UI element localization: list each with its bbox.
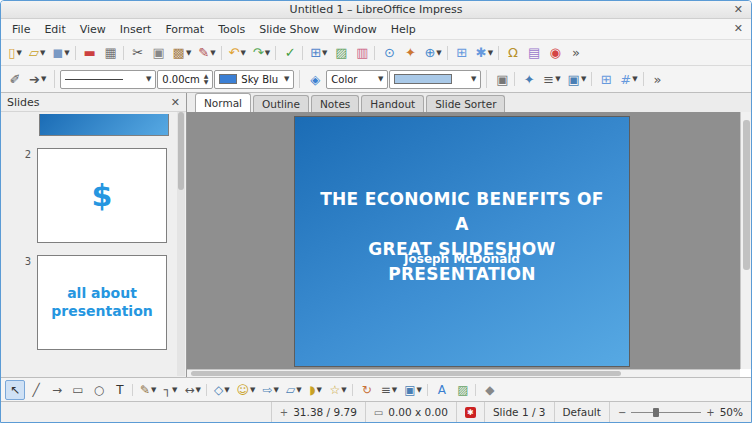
- align-objects-button[interactable]: ≡ ▼: [378, 380, 400, 400]
- insert-image-button[interactable]: ▨ ▼: [331, 42, 351, 64]
- connector-tool[interactable]: ┐ ▼: [160, 380, 180, 400]
- menu-item[interactable]: Edit: [37, 20, 72, 39]
- slide-thumbnail[interactable]: $: [37, 148, 167, 243]
- paste-button[interactable]: ▩ ▼: [170, 42, 195, 64]
- area-style-select[interactable]: Color ▼: [326, 70, 388, 89]
- view-tab[interactable]: Slide Sorter: [426, 95, 505, 112]
- menu-item[interactable]: Help: [384, 20, 423, 39]
- view-tab[interactable]: Handout: [361, 95, 424, 112]
- gallery-button[interactable]: ▤ ▼: [524, 42, 544, 64]
- edit-points-button[interactable]: ✐: [5, 68, 25, 90]
- chevron-down-icon: ▼: [250, 386, 255, 394]
- open-file-button[interactable]: ▱ ▼: [26, 42, 48, 64]
- display-grid-button[interactable]: ⊞ ▼: [596, 68, 616, 90]
- helplines-button[interactable]: # ▼: [617, 68, 640, 90]
- line-tool[interactable]: ╱ ▼: [26, 380, 46, 400]
- rectangle-tool[interactable]: ▭ ▼: [68, 380, 88, 400]
- scrollbar-thumb[interactable]: [191, 371, 621, 376]
- insert-table-button[interactable]: ⊞ ▼: [307, 42, 330, 64]
- stars-tool[interactable]: ☆ ▼: [327, 380, 350, 400]
- horizontal-scrollbar[interactable]: [187, 369, 740, 377]
- slide-canvas[interactable]: THE ECONOMIC BENEFITS OF A GREAT SLIDESH…: [187, 112, 740, 369]
- redo-button[interactable]: ↷ ▼: [250, 42, 273, 64]
- area-style-label: Color: [331, 74, 357, 85]
- toggle-extrusion-button[interactable]: ◆ ▼: [480, 380, 500, 400]
- line-style-select[interactable]: ▼: [60, 70, 156, 89]
- special-character-button[interactable]: Ω ▼: [503, 42, 523, 64]
- export-pdf-button[interactable]: ▬ ▼: [80, 42, 100, 64]
- menu-item[interactable]: Insert: [113, 20, 159, 39]
- zoom-slider-marker[interactable]: [653, 408, 659, 417]
- snap-guides-button[interactable]: ✱ ▼: [473, 42, 496, 64]
- menu-item[interactable]: Slide Show: [252, 20, 326, 39]
- interaction-button[interactable]: ✦ ▼: [519, 68, 539, 90]
- insert-image-button[interactable]: ▨ ▼: [453, 380, 473, 400]
- zoom-button[interactable]: ⊕ ▼: [421, 42, 444, 64]
- toolbar-overflow-button[interactable]: » ▼: [648, 68, 668, 90]
- document-close-button[interactable]: ✕: [734, 22, 743, 35]
- area-fill-select[interactable]: ▼: [389, 70, 481, 89]
- slides-panel-scrollbar[interactable]: [177, 112, 185, 376]
- line-color-select[interactable]: Sky Blu ▼: [214, 70, 294, 89]
- rotate-tool[interactable]: ↻ ▼: [357, 380, 377, 400]
- text-box-tool[interactable]: T ▼: [110, 380, 130, 400]
- navigator-button[interactable]: ✦ ▼: [400, 42, 420, 64]
- slide-subtitle-textbox[interactable]: Joseph McDonald: [312, 252, 613, 266]
- align-objects-button[interactable]: ≡ ▼: [540, 68, 563, 90]
- zoom-slider[interactable]: [631, 407, 701, 418]
- slide-title-line1: THE ECONOMIC BENEFITS OF A: [312, 187, 613, 237]
- menu-item[interactable]: Tools: [211, 20, 252, 39]
- view-tab[interactable]: Notes: [311, 95, 359, 112]
- find-replace-button[interactable]: ⊙ ▼: [379, 42, 399, 64]
- arrow-style-button[interactable]: ➔ ▼: [26, 68, 49, 90]
- view-tab[interactable]: Outline: [253, 95, 309, 112]
- basic-shapes-tool[interactable]: ◇ ▼: [211, 380, 233, 400]
- cut-button[interactable]: ✂ ▼: [128, 42, 148, 64]
- ellipse-tool[interactable]: ○ ▼: [89, 380, 109, 400]
- menu-item[interactable]: Window: [326, 20, 383, 39]
- lines-arrows-tool[interactable]: ↔ ▼: [181, 380, 203, 400]
- window-close-button[interactable]: ✕: [734, 3, 743, 16]
- slide-thumbnail-partial[interactable]: [39, 114, 169, 136]
- copy-button[interactable]: ▣ ▼: [149, 42, 169, 64]
- arrange-button[interactable]: ▣ ▼: [401, 380, 425, 400]
- callouts-tool[interactable]: ◗ ▼: [306, 380, 326, 400]
- symbol-shapes-tool[interactable]: ☺ ▼: [234, 380, 259, 400]
- menu-item[interactable]: Format: [158, 20, 211, 39]
- toolbar-overflow-button[interactable]: » ▼: [566, 42, 586, 64]
- zoom-out-button[interactable]: −: [618, 407, 626, 418]
- save-button[interactable]: ◼ ▼: [49, 42, 72, 64]
- new-presentation-button[interactable]: ▯ ▼: [5, 42, 25, 64]
- menu-item[interactable]: File: [5, 20, 37, 39]
- display-grid-button[interactable]: ⊞ ▼: [452, 42, 472, 64]
- arrow-line-tool[interactable]: → ▼: [47, 380, 67, 400]
- fill-color-button[interactable]: ◈: [305, 68, 325, 90]
- slide-master-name[interactable]: Default: [555, 402, 610, 422]
- block-arrows-tool[interactable]: ⇨ ▼: [259, 380, 281, 400]
- current-slide[interactable]: THE ECONOMIC BENEFITS OF A GREAT SLIDESH…: [295, 117, 629, 366]
- vertical-scrollbar[interactable]: [740, 112, 751, 369]
- clone-formatting-button[interactable]: ✎ ▼: [195, 42, 218, 64]
- help-button[interactable]: ◉ ▼: [545, 42, 565, 64]
- undo-button[interactable]: ↶ ▼: [226, 42, 249, 64]
- menu-item[interactable]: View: [73, 20, 113, 39]
- zoom-in-button[interactable]: +: [706, 407, 714, 418]
- line-width-stepper[interactable]: 0.00cm ▲▼: [157, 70, 213, 89]
- slide-title-textbox[interactable]: THE ECONOMIC BENEFITS OF A GREAT SLIDESH…: [312, 187, 613, 287]
- scrollbar-thumb[interactable]: [743, 120, 750, 270]
- fontwork-button[interactable]: A ▼: [432, 380, 452, 400]
- slide-thumbnail[interactable]: all about presentation: [37, 255, 167, 350]
- slides-panel-close-button[interactable]: ✕: [171, 96, 180, 109]
- view-tab[interactable]: Normal: [195, 93, 251, 112]
- select-tool[interactable]: ↖ ▼: [5, 380, 25, 400]
- print-button[interactable]: ▦ ▼: [101, 42, 121, 64]
- insert-chart-button[interactable]: ▥ ▼: [352, 42, 372, 64]
- scrollbar-thumb[interactable]: [178, 112, 184, 190]
- shadow-button[interactable]: ▣ ▼: [492, 68, 512, 90]
- flowchart-tool[interactable]: ▱ ▼: [283, 380, 305, 400]
- arrange-button[interactable]: ▣ ▼: [565, 68, 590, 90]
- stepper-arrows-icon[interactable]: ▲▼: [204, 73, 209, 85]
- curve-tool[interactable]: ✎ ▼: [137, 380, 159, 400]
- spelling-button[interactable]: ✓ ▼: [280, 42, 300, 64]
- zoom-level-value[interactable]: 50%: [720, 406, 743, 418]
